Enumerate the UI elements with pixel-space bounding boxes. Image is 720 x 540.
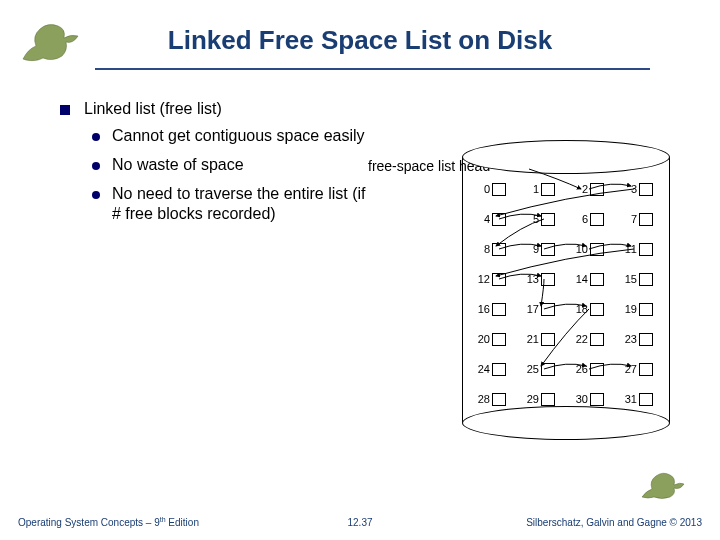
heading-text: Linked list (free list)	[84, 100, 222, 118]
block-cell: 17	[525, 298, 558, 320]
block-cell: 23	[623, 328, 656, 350]
footer-right: Silberschatz, Galvin and Gagne © 2013	[526, 517, 702, 528]
block-cell: 30	[574, 388, 607, 410]
block-cell: 31	[623, 388, 656, 410]
block-number: 15	[623, 273, 637, 285]
block-number: 5	[525, 213, 539, 225]
bullet-level2: Cannot get contiguous space easily	[92, 126, 370, 147]
block-box	[492, 363, 506, 376]
footer-left: Operating System Concepts – 9th Edition	[18, 516, 199, 528]
block-cell: 7	[623, 208, 656, 230]
block-cell: 4	[476, 208, 509, 230]
block-cell: 26	[574, 358, 607, 380]
block-number: 16	[476, 303, 490, 315]
cylinder-base	[462, 406, 670, 440]
block-cell: 19	[623, 298, 656, 320]
block-cell: 12	[476, 268, 509, 290]
block-number: 31	[623, 393, 637, 405]
block-grid: 0123456789101112131415161718192021222324…	[476, 178, 656, 410]
disk-diagram: 0123456789101112131415161718192021222324…	[462, 140, 670, 440]
slide: Linked Free Space List on Disk Linked li…	[0, 0, 720, 540]
block-cell: 16	[476, 298, 509, 320]
footer-center: 12.37	[347, 517, 372, 528]
block-cell: 24	[476, 358, 509, 380]
block-number: 13	[525, 273, 539, 285]
block-box	[492, 273, 506, 286]
block-number: 25	[525, 363, 539, 375]
block-box	[541, 183, 555, 196]
block-box	[541, 213, 555, 226]
block-cell: 6	[574, 208, 607, 230]
block-number: 10	[574, 243, 588, 255]
block-number: 6	[574, 213, 588, 225]
bullet-level1: Linked list (free list)	[60, 100, 370, 118]
cylinder-lid	[462, 140, 670, 174]
block-cell: 22	[574, 328, 607, 350]
block-box	[541, 333, 555, 346]
block-number: 27	[623, 363, 637, 375]
content-block: Linked list (free list) Cannot get conti…	[60, 100, 370, 233]
block-cell: 21	[525, 328, 558, 350]
block-box	[639, 333, 653, 346]
block-box	[590, 213, 604, 226]
footer: Operating System Concepts – 9th Edition …	[18, 516, 702, 528]
dinosaur-logo-bottom	[638, 465, 688, 500]
block-cell: 15	[623, 268, 656, 290]
block-box	[492, 213, 506, 226]
block-cell: 27	[623, 358, 656, 380]
block-number: 8	[476, 243, 490, 255]
block-cell: 5	[525, 208, 558, 230]
block-number: 21	[525, 333, 539, 345]
square-bullet-icon	[60, 105, 70, 115]
block-number: 19	[623, 303, 637, 315]
block-number: 1	[525, 183, 539, 195]
block-number: 18	[574, 303, 588, 315]
block-number: 7	[623, 213, 637, 225]
dot-bullet-icon	[92, 133, 100, 141]
block-cell: 10	[574, 238, 607, 260]
block-number: 14	[574, 273, 588, 285]
block-number: 24	[476, 363, 490, 375]
bullet-text-0: Cannot get contiguous space easily	[112, 126, 365, 147]
block-box	[541, 363, 555, 376]
block-box	[590, 393, 604, 406]
block-cell: 20	[476, 328, 509, 350]
block-box	[541, 243, 555, 256]
block-box	[639, 393, 653, 406]
block-cell: 11	[623, 238, 656, 260]
block-number: 3	[623, 183, 637, 195]
block-number: 9	[525, 243, 539, 255]
block-box	[590, 363, 604, 376]
block-box	[590, 183, 604, 196]
block-box	[639, 243, 653, 256]
block-number: 12	[476, 273, 490, 285]
block-number: 17	[525, 303, 539, 315]
dot-bullet-icon	[92, 162, 100, 170]
block-box	[492, 333, 506, 346]
block-number: 29	[525, 393, 539, 405]
block-number: 30	[574, 393, 588, 405]
block-box	[590, 303, 604, 316]
block-box	[492, 303, 506, 316]
block-number: 2	[574, 183, 588, 195]
slide-title: Linked Free Space List on Disk	[0, 25, 720, 56]
block-box	[492, 183, 506, 196]
block-number: 23	[623, 333, 637, 345]
block-number: 22	[574, 333, 588, 345]
block-box	[541, 303, 555, 316]
block-cell: 3	[623, 178, 656, 200]
block-cell: 9	[525, 238, 558, 260]
bullet-level2: No waste of space	[92, 155, 370, 176]
block-box	[639, 363, 653, 376]
footer-left-prefix: Operating System Concepts – 9	[18, 517, 160, 528]
block-number: 11	[623, 243, 637, 255]
block-box	[492, 243, 506, 256]
block-box	[590, 333, 604, 346]
block-number: 4	[476, 213, 490, 225]
block-number: 26	[574, 363, 588, 375]
block-box	[492, 393, 506, 406]
block-box	[639, 273, 653, 286]
title-underline	[95, 68, 650, 70]
bullet-level2: No need to traverse the entire list (if …	[92, 184, 370, 226]
block-cell: 13	[525, 268, 558, 290]
